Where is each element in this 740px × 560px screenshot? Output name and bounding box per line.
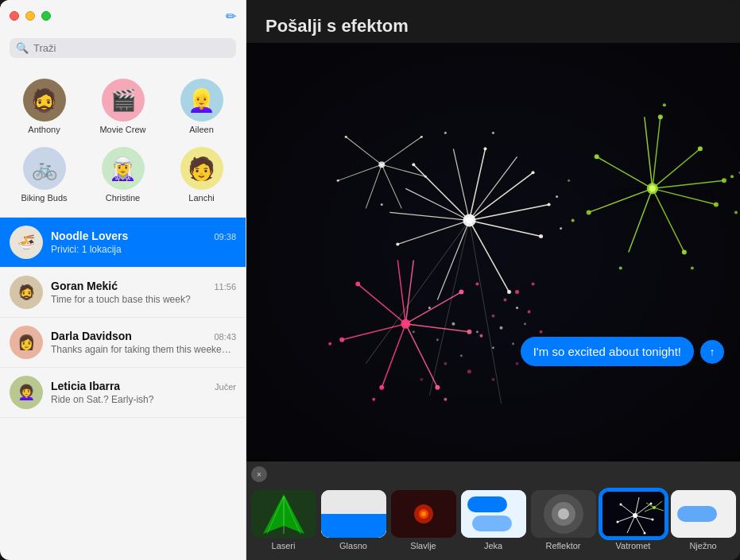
svg-line-3 <box>405 188 469 220</box>
conv-content-noodle-lovers: Noodle Lovers 09:38 Privici: 1 lokacija <box>51 230 236 255</box>
effect-thumb-vatromet <box>601 490 666 538</box>
effect-item-laseri[interactable]: Laseri <box>251 490 316 550</box>
contact-movie-crew[interactable]: 🎬 Movie Crew <box>85 74 161 139</box>
avatar-anthony: 🧔 <box>23 79 66 122</box>
svg-point-41 <box>379 385 384 390</box>
svg-point-50 <box>540 330 543 334</box>
svg-point-42 <box>475 283 478 286</box>
svg-point-68 <box>587 210 591 214</box>
effect-thumb-jeka <box>461 490 526 538</box>
svg-point-15 <box>396 242 399 245</box>
svg-point-19 <box>556 195 558 198</box>
maximize-button[interactable] <box>41 11 51 21</box>
conversation-noodle-lovers[interactable]: 🍜 Noodle Lovers 09:38 Privici: 1 lokacij… <box>0 218 246 268</box>
conv-content-goran-mekic: Goran Mekić 11:56 Time for a touch base … <box>51 280 236 305</box>
conv-preview-noodle-lovers: Privici: 1 lokacija <box>51 244 236 255</box>
effect-item-vatromet[interactable]: Vatromet <box>601 490 666 550</box>
message-bubble-wrapper: I'm so excited about tonight! ↑ <box>521 337 724 366</box>
svg-rect-119 <box>331 519 370 528</box>
svg-point-95 <box>476 330 478 333</box>
svg-rect-125 <box>467 496 507 512</box>
avatar-christine: 🧝‍♀️ <box>102 147 145 190</box>
svg-line-33 <box>382 324 405 388</box>
contact-name-lanchi: Lanchi <box>188 193 214 203</box>
effect-label-glasno: Glasno <box>339 541 367 550</box>
svg-point-20 <box>560 227 562 230</box>
conversation-goran-mekic[interactable]: 🧔 Goran Mekić 11:56 Time for a touch bas… <box>0 268 246 318</box>
svg-point-49 <box>528 311 531 314</box>
svg-line-10 <box>469 204 548 220</box>
svg-point-39 <box>339 338 344 342</box>
svg-point-142 <box>616 521 618 523</box>
contact-name-aileen: Aileen <box>189 125 214 134</box>
svg-point-69 <box>682 249 687 254</box>
avatar-biking-buds: 🚲 <box>23 147 66 190</box>
compose-button[interactable]: ✏ <box>226 9 236 24</box>
conv-time-noodle-lovers: 09:38 <box>214 232 236 241</box>
contact-christine[interactable]: 🧝‍♀️ Christine <box>85 142 161 207</box>
conv-time-goran-mekic: 11:56 <box>214 282 236 292</box>
effect-thumb-glasno <box>321 490 386 538</box>
send-effect-title: Pošalji s efektom <box>265 16 409 36</box>
svg-line-7 <box>437 220 469 299</box>
send-button[interactable]: ↑ <box>700 340 724 364</box>
svg-point-99 <box>413 330 415 333</box>
effect-item-jeka[interactable]: Jeka <box>461 490 526 550</box>
svg-line-87 <box>382 164 401 208</box>
avatar-goran-mekic: 🧔 <box>10 276 43 309</box>
effect-thumb-slavlje <box>391 490 456 538</box>
conv-name-darla-davidson: Darla Davidson <box>51 330 132 342</box>
svg-line-11 <box>389 212 469 220</box>
svg-point-106 <box>516 362 519 365</box>
contact-biking-buds[interactable]: 🚲 Biking Buds <box>6 142 82 207</box>
svg-point-46 <box>372 398 375 401</box>
messages-window: ✏ 🔍 🧔 Anthony 🎬 <box>0 0 740 560</box>
svg-line-83 <box>382 137 421 164</box>
main-area: Pošalji s efektom <box>246 0 740 560</box>
conv-content-darla-davidson: Darla Davidson 08:43 Thanks again for ta… <box>51 330 236 355</box>
minimize-button[interactable] <box>25 11 35 21</box>
conversation-darla-davidson[interactable]: 👩 Darla Davidson 08:43 Thanks again for … <box>0 318 246 368</box>
effect-label-vatromet: Vatromet <box>616 541 651 550</box>
svg-point-107 <box>420 378 423 381</box>
effect-thumb-reflektor <box>531 490 596 538</box>
svg-line-109 <box>366 220 469 363</box>
effect-item-slavlje[interactable]: Slavlje <box>391 490 456 550</box>
effect-item-reflektor[interactable]: Reflektor <box>531 490 596 550</box>
conv-name-goran-mekic: Goran Mekić <box>51 280 118 292</box>
effects-row: Laseri Glasno <box>253 468 734 550</box>
svg-line-31 <box>342 324 405 340</box>
svg-rect-151 <box>677 506 717 522</box>
svg-line-5 <box>397 220 469 244</box>
svg-point-47 <box>401 319 410 329</box>
conversation-leticia-ibarra[interactable]: 👩‍🦱 Leticia Ibarra Jučer Ride on Sat.? E… <box>0 368 246 418</box>
svg-point-130 <box>558 508 569 519</box>
effect-item-njezno[interactable]: Nježno <box>671 490 736 550</box>
conv-time-leticia-ibarra: Jučer <box>215 382 236 392</box>
contact-name-movie-crew: Movie Crew <box>99 125 145 134</box>
search-icon: 🔍 <box>16 42 29 54</box>
close-button[interactable] <box>10 11 19 21</box>
effect-thumb-njezno <box>671 490 736 538</box>
svg-line-30 <box>405 324 469 332</box>
fireworks-svg <box>246 43 740 462</box>
close-effects-button[interactable]: × <box>251 466 267 482</box>
svg-point-71 <box>722 178 726 183</box>
svg-point-38 <box>467 330 471 334</box>
effect-item-glasno[interactable]: Glasno <box>321 490 386 550</box>
svg-point-76 <box>619 267 622 270</box>
contact-anthony[interactable]: 🧔 Anthony <box>6 74 82 139</box>
svg-point-67 <box>714 202 719 207</box>
svg-point-82 <box>649 185 656 191</box>
effect-label-jeka: Jeka <box>484 541 502 550</box>
effect-label-laseri: Laseri <box>272 541 296 550</box>
svg-point-16 <box>507 290 511 294</box>
contact-aileen[interactable]: 👱‍♀️ Aileen <box>164 74 239 139</box>
avatar-darla-davidson: 👩 <box>10 326 43 359</box>
contact-lanchi[interactable]: 🧑 Lanchi <box>164 142 239 207</box>
conv-time-darla-davidson: 08:43 <box>214 332 236 342</box>
search-input[interactable] <box>33 42 230 54</box>
svg-rect-117 <box>321 490 386 538</box>
svg-rect-126 <box>472 516 512 531</box>
avatar-lanchi: 🧑 <box>180 147 223 190</box>
